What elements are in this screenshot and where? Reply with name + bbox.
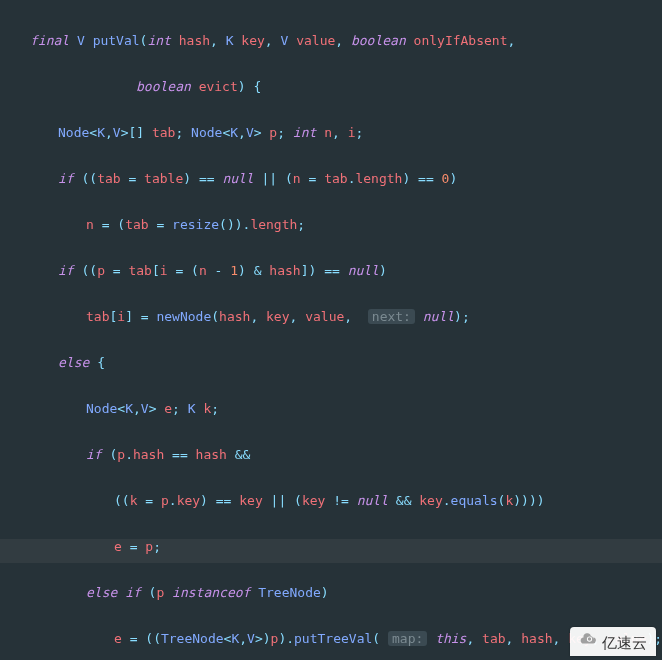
code-line: Node<K,V> e; K k; — [16, 397, 662, 420]
code-editor: final V putVal(int hash, K key, V value,… — [0, 0, 662, 660]
code-line: e = p; — [16, 535, 662, 558]
inlay-hint: map: — [388, 631, 427, 646]
code-line: final V putVal(int hash, K key, V value,… — [16, 29, 662, 52]
code-line: ((k = p.key) == key || (key != null && k… — [16, 489, 662, 512]
inlay-hint: next: — [368, 309, 415, 324]
watermark-badge: 亿速云 — [570, 627, 656, 656]
code-line: else if (p instanceof TreeNode) — [16, 581, 662, 604]
code-line: boolean evict) { — [16, 75, 662, 98]
svg-point-1 — [588, 637, 591, 640]
code-line: n = (tab = resize()).length; — [16, 213, 662, 236]
cloud-icon — [579, 630, 597, 654]
code-line: else { — [16, 351, 662, 374]
watermark-text: 亿速云 — [602, 631, 647, 654]
code-line: if ((tab = table) == null || (n = tab.le… — [16, 167, 662, 190]
code-line: if ((p = tab[i = (n - 1) & hash]) == nul… — [16, 259, 662, 282]
code-line: tab[i] = newNode(hash, key, value, next:… — [16, 305, 662, 328]
code-line: if (p.hash == hash && — [16, 443, 662, 466]
code-line: Node<K,V>[] tab; Node<K,V> p; int n, i; — [16, 121, 662, 144]
code-line: e = ((TreeNode<K,V>)p).putTreeVal( map: … — [16, 627, 662, 650]
